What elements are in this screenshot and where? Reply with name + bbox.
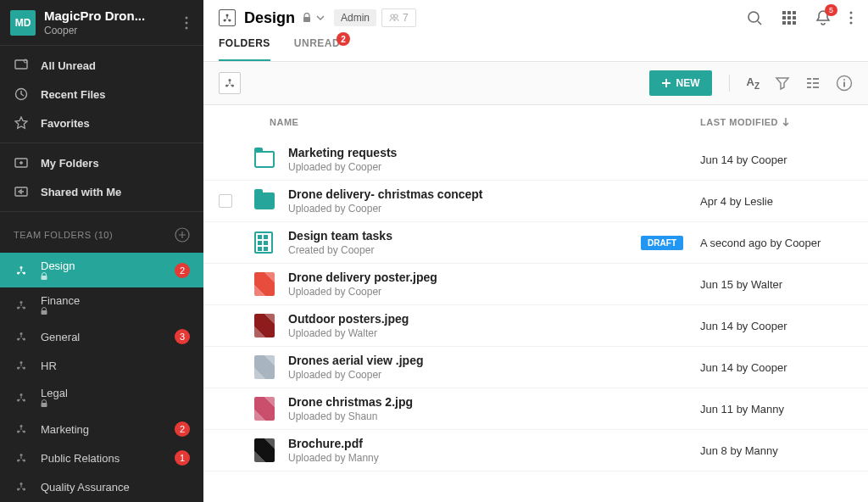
list-item[interactable]: Marketing requests Uploaded by Cooper Ju… bbox=[203, 139, 868, 181]
share-icon bbox=[14, 184, 29, 199]
notifications-button[interactable]: 5 bbox=[815, 9, 831, 26]
column-name[interactable]: NAME bbox=[254, 117, 700, 127]
image-thumbnail bbox=[254, 438, 275, 462]
item-modified: Jun 15 by Walter bbox=[700, 278, 853, 291]
team-folder-legal[interactable]: Legal bbox=[0, 380, 203, 415]
new-button-label: NEW bbox=[676, 77, 700, 89]
breadcrumb-root-icon[interactable] bbox=[219, 72, 241, 94]
notifications-badge: 5 bbox=[825, 4, 837, 16]
item-modified: Jun 14 by Cooper bbox=[700, 153, 853, 166]
apps-button[interactable] bbox=[782, 10, 797, 25]
dropdown-chevron-icon[interactable] bbox=[316, 14, 325, 22]
workspace-menu-button[interactable] bbox=[180, 11, 193, 35]
list-item[interactable]: Brochure.pdf Uploaded by Manny Jun 8 by … bbox=[203, 430, 868, 471]
item-subtitle: Uploaded by Cooper bbox=[288, 369, 700, 381]
team-folder-marketing[interactable]: Marketing2 bbox=[0, 415, 203, 443]
main-panel: Design Admin 7 5 F bbox=[203, 0, 868, 502]
svg-point-55 bbox=[229, 79, 231, 81]
team-folders-count: (10) bbox=[95, 230, 114, 240]
nav-item-shared-with-me[interactable]: Shared with Me bbox=[0, 177, 203, 206]
svg-rect-66 bbox=[843, 82, 845, 87]
team-folder-finance[interactable]: Finance bbox=[0, 287, 203, 322]
members-count: 7 bbox=[403, 12, 409, 24]
svg-point-41 bbox=[394, 14, 398, 18]
team-folders-section: TEAM FOLDERS (10) Design2FinanceGeneral3… bbox=[0, 211, 203, 502]
info-button[interactable] bbox=[836, 75, 853, 92]
row-checkbox[interactable] bbox=[219, 194, 232, 208]
svg-rect-12 bbox=[42, 276, 47, 280]
svg-point-1 bbox=[186, 21, 188, 24]
svg-rect-47 bbox=[787, 16, 791, 20]
team-label: Quality Assurance bbox=[41, 481, 190, 494]
clock-icon bbox=[14, 86, 29, 102]
team-label: Finance bbox=[41, 294, 190, 315]
svg-point-27 bbox=[20, 425, 23, 427]
sort-az-button[interactable]: AZ bbox=[747, 75, 760, 91]
svg-rect-51 bbox=[793, 21, 796, 25]
team-icon bbox=[14, 263, 29, 278]
unread-badge: 2 bbox=[175, 263, 190, 278]
team-folder-public-relations[interactable]: Public Relations1 bbox=[0, 443, 203, 472]
item-subtitle: Created by Cooper bbox=[288, 244, 641, 256]
team-folder-design[interactable]: Design2 bbox=[0, 253, 203, 287]
svg-rect-3 bbox=[15, 60, 27, 69]
item-name: Outdoor posters.jpeg bbox=[288, 312, 700, 326]
more-button[interactable] bbox=[849, 11, 853, 25]
team-folder-general[interactable]: General3 bbox=[0, 322, 203, 351]
role-chip[interactable]: Admin bbox=[334, 9, 376, 26]
svg-rect-63 bbox=[813, 86, 819, 88]
svg-rect-16 bbox=[42, 310, 47, 315]
lock-icon bbox=[41, 272, 175, 281]
image-thumbnail bbox=[254, 272, 275, 296]
view-options-button[interactable] bbox=[805, 75, 821, 91]
nav-item-favorites[interactable]: Favorites bbox=[0, 109, 203, 137]
draft-badge: DRAFT bbox=[641, 236, 683, 250]
team-icon bbox=[14, 329, 29, 344]
toolbar-right: AZ bbox=[729, 75, 854, 92]
list-item[interactable]: Design team tasks Created by Cooper DRAF… bbox=[203, 222, 868, 264]
svg-rect-26 bbox=[42, 403, 47, 407]
nav-item-all-unread[interactable]: All Unread bbox=[0, 51, 203, 80]
svg-rect-62 bbox=[807, 86, 811, 88]
plus-icon bbox=[661, 78, 671, 88]
members-chip[interactable]: 7 bbox=[381, 8, 416, 27]
top-actions: 5 bbox=[746, 9, 853, 26]
team-folder-quality-assurance[interactable]: Quality Assurance bbox=[0, 472, 203, 501]
add-team-folder-button[interactable] bbox=[175, 227, 190, 243]
svg-rect-44 bbox=[787, 11, 791, 14]
item-subtitle: Uploaded by Cooper bbox=[288, 203, 700, 215]
workspace-header: MD MagicPro Dron... Cooper bbox=[0, 0, 203, 45]
team-label: Legal bbox=[41, 387, 190, 408]
tab-unread-label: UNREAD bbox=[294, 37, 340, 49]
nav-label: Recent Files bbox=[41, 88, 190, 101]
filter-button[interactable] bbox=[775, 75, 790, 91]
list-item[interactable]: Drone delivery- christmas concept Upload… bbox=[203, 181, 868, 222]
nav-item-recent-files[interactable]: Recent Files bbox=[0, 80, 203, 109]
svg-point-9 bbox=[20, 266, 23, 269]
star-icon bbox=[14, 115, 29, 131]
svg-rect-61 bbox=[813, 82, 819, 84]
image-thumbnail bbox=[254, 314, 275, 337]
nav-item-my-folders[interactable]: My Folders bbox=[0, 148, 203, 177]
list-item[interactable]: Drone delivery poster.jpeg Uploaded by C… bbox=[203, 264, 868, 305]
team-icon bbox=[14, 421, 29, 437]
item-name: Drone christmas 2.jpg bbox=[288, 395, 700, 409]
team-label: Design bbox=[41, 259, 175, 281]
tab-unread[interactable]: UNREAD 2 bbox=[294, 37, 340, 61]
svg-point-13 bbox=[20, 301, 23, 304]
team-icon bbox=[14, 390, 29, 405]
search-button[interactable] bbox=[746, 9, 763, 26]
svg-point-53 bbox=[850, 17, 853, 20]
tab-unread-badge: 2 bbox=[337, 32, 350, 46]
list-item[interactable]: Drone christmas 2.jpg Uploaded by Shaun … bbox=[203, 388, 868, 430]
item-subtitle: Uploaded by Cooper bbox=[288, 161, 700, 173]
column-modified[interactable]: LAST MODIFIED bbox=[700, 117, 853, 127]
sort-desc-icon bbox=[782, 117, 790, 127]
new-button[interactable]: NEW bbox=[649, 70, 712, 96]
list-item[interactable]: Outdoor posters.jpeg Uploaded by Walter … bbox=[203, 305, 868, 347]
unread-badge: 3 bbox=[175, 329, 190, 344]
svg-rect-58 bbox=[807, 78, 811, 80]
team-folder-hr[interactable]: HR bbox=[0, 351, 203, 380]
tab-folders[interactable]: FOLDERS bbox=[219, 37, 270, 61]
list-item[interactable]: Drones aerial view .jpeg Uploaded by Coo… bbox=[203, 347, 868, 388]
